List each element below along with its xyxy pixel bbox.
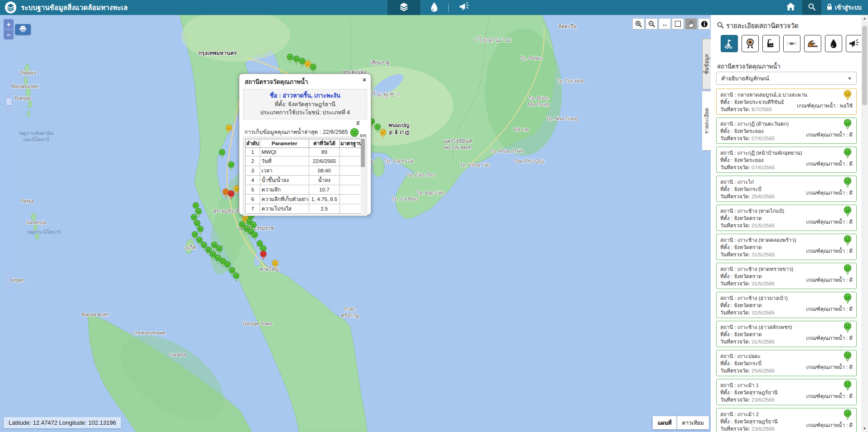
megaphone-icon [459, 2, 470, 14]
station-marker-g[interactable] [219, 149, 226, 160]
station-card[interactable]: สถานี : เกาะช้าง (อ่าวสลักเพชร)ที่ตั้ง :… [716, 321, 857, 347]
legend-dropdown[interactable]: คำอธิบายสัญลักษณ์ ▼ [716, 72, 857, 85]
station-marker-g[interactable] [287, 54, 294, 65]
print-button[interactable] [15, 24, 31, 35]
hand-icon [688, 20, 694, 28]
zoom-out-box-tool[interactable] [645, 18, 658, 29]
station-marker-y[interactable] [380, 129, 387, 140]
quality-pin-icon [844, 90, 852, 102]
search-icon [808, 3, 815, 12]
popup-station-name: ชื่อ : อ่าวหาดริ้น, เกาะพะงัน [244, 91, 366, 100]
station-date: วันที่ตรวจวัด: 31/5/2565 [720, 309, 775, 317]
scrollbar-thumb[interactable] [862, 26, 867, 105]
water-tool-button[interactable] [420, 0, 448, 15]
details-sidebar: รายละเอียดสถานีตรวจวัด สถานีตรวจวัดคุณภา… [712, 15, 861, 432]
home-icon [786, 2, 795, 13]
station-card[interactable]: สถานี : เกาะช้าง (หาดทรายขาว)ที่ตั้ง : จ… [716, 263, 857, 289]
popup-title: สถานีตรวจวัดคุณภาพน้ำ [239, 74, 371, 88]
table-row: 7ความโปร่งใส2.5 [246, 204, 363, 214]
station-marker-g[interactable] [216, 245, 223, 256]
table-row: 5ความลึก10.7 [246, 185, 363, 195]
filter-oil-drop[interactable] [825, 35, 842, 52]
table-cell [340, 157, 363, 166]
filter-award[interactable] [742, 35, 759, 52]
sidebar-scrollbar[interactable]: ▲ ▼ [861, 15, 868, 432]
station-date: วันที่ตรวจวัด: 07/6/2565 [720, 134, 775, 142]
tab-details[interactable]: รายละเอียด [702, 91, 711, 151]
pan-extent-tool[interactable]: ↔ [659, 18, 671, 29]
station-marker-y[interactable] [226, 124, 233, 136]
zoom-slider-handle[interactable] [5, 98, 12, 106]
award-medal-icon [745, 38, 755, 49]
table-cell [340, 148, 363, 157]
app-title: ระบบฐานข้อมูลสิ่งแวดล้อมทางทะเล [21, 2, 128, 13]
station-date: วันที่ตรวจวัด: 23/6/2565 [720, 396, 775, 404]
pan-hand-tool[interactable] [685, 18, 697, 29]
home-button[interactable] [780, 0, 802, 15]
table-row: 4น้ำขึ้น/น้ำลงน้ำลง [246, 176, 363, 185]
popup-last-collected: การเก็บข้อมูลคุณภาพน้ำล่าสุด : 22/6/2565 [244, 128, 348, 137]
station-card[interactable]: สถานี : เกาะม้า 1ที่ตั้ง : จังหวัดสุราษฎ… [716, 379, 857, 405]
scroll-up-arrow[interactable]: ▲ [861, 15, 868, 22]
station-card[interactable]: สถานี : เกาะช้าง (อ่าวบางเบ้า)ที่ตั้ง : … [716, 292, 857, 318]
popup-close-icon[interactable]: × [363, 76, 366, 83]
table-header: ลำดับ [246, 139, 260, 148]
filter-marine-station[interactable] [721, 35, 738, 52]
table-cell: ความลึกที่เก็บตัวอย่าง [260, 195, 309, 204]
filter-announcement[interactable] [846, 35, 863, 52]
quality-pin-icon [844, 235, 852, 247]
map-zoom-slider[interactable] [5, 43, 12, 294]
map-canvas[interactable]: กรุงเทพมหานครเวียดนามกัมพูชาพนมเปญ ភ្នំព… [0, 15, 711, 432]
map-zoom-out-button[interactable]: − [4, 29, 14, 39]
station-card[interactable]: สถานี : เกาะม้า 2ที่ตั้ง : จังหวัดสุราษฎ… [716, 408, 857, 432]
search-button[interactable] [802, 0, 821, 15]
station-marker-g[interactable] [228, 161, 235, 172]
station-type-filters [721, 35, 863, 52]
station-card[interactable]: สถานี : เกาะช้าง (หาดคลองพร้าว)ที่ตั้ง :… [716, 234, 857, 260]
filter-factory[interactable] [762, 35, 780, 52]
station-card[interactable]: สถานี : เกาะกุฎี (ด้านตะวันตก)ที่ตั้ง : … [716, 118, 857, 144]
info-tool[interactable] [698, 18, 710, 29]
announce-tool-button[interactable] [449, 0, 480, 15]
station-card[interactable]: สถานี : เกาะช้าง (หาดไก่แบ้)ที่ตั้ง : จั… [716, 205, 857, 231]
popup-quality-label: ดี [350, 119, 366, 128]
quality-pin-icon [844, 351, 852, 363]
map-type-map-button[interactable]: แผนที่ [653, 416, 677, 429]
map-zoom-in-button[interactable]: + [4, 19, 14, 29]
station-card[interactable]: สถานี : เกาะไก่ที่ตั้ง : จังหวัดกระบี่วั… [716, 176, 857, 202]
layers-tool-button[interactable] [388, 0, 420, 15]
tab-data-layers[interactable]: ชั้นข้อมูล [702, 39, 711, 89]
table-cell: 6 [246, 195, 260, 204]
scroll-down-arrow[interactable]: ▼ [861, 425, 868, 432]
station-card[interactable]: สถานี : เกาะปอดะที่ตั้ง : จังหวัดกระบี่ว… [716, 350, 857, 376]
popup-station-info: ชื่อ : อ่าวหาดริ้น, เกาะพะงัน ที่ตั้ง: จ… [243, 89, 367, 119]
table-cell: 22/6/2565 [309, 157, 340, 166]
map-type-satellite-button[interactable]: ดาวเทียม [677, 416, 709, 429]
table-cell: 2.5 [309, 204, 340, 214]
station-date: วันที่ตรวจวัด: 07/6/2565 [720, 163, 775, 172]
search-icon [717, 22, 724, 30]
station-card[interactable]: สถานี : กลางหาดสมบูรณ์,อ.บางสะพานที่ตั้ง… [716, 88, 857, 115]
station-date: วันที่ตรวจวัด: 23/6/2565 [720, 425, 775, 432]
station-category-label: สถานีตรวจวัดคุณภาพน้ำ [717, 62, 780, 71]
quality-pin-icon [844, 264, 852, 276]
zoom-in-box-tool[interactable] [632, 18, 645, 29]
station-quality: เกณฑ์คุณภาพน้ำ : ดี [806, 305, 853, 313]
login-button[interactable]: เข้าสู่ระบบ [821, 3, 868, 12]
quality-pin-icon [844, 148, 852, 160]
filter-fish-sonar[interactable] [783, 35, 800, 52]
wave-icon [807, 39, 818, 48]
table-cell [340, 195, 363, 204]
table-cell: 2 [246, 157, 260, 166]
table-cell: เวลา [260, 166, 309, 176]
station-marker-r[interactable] [260, 250, 267, 262]
rectangle-select-tool[interactable] [672, 18, 684, 29]
filter-wave-erosion[interactable] [804, 35, 821, 52]
station-marker-g[interactable] [233, 272, 240, 284]
table-scrollbar[interactable] [361, 139, 365, 214]
app-logo [5, 1, 17, 14]
station-marker-y[interactable] [272, 260, 279, 271]
station-card[interactable]: สถานี : เกาะกุฎี (หน้าบ้านพักอุทยาน)ที่ต… [716, 147, 857, 173]
station-popup: สถานีตรวจวัดคุณภาพน้ำ × ชื่อ : อ่าวหาดริ… [239, 74, 371, 215]
quality-pin-icon [844, 293, 852, 305]
